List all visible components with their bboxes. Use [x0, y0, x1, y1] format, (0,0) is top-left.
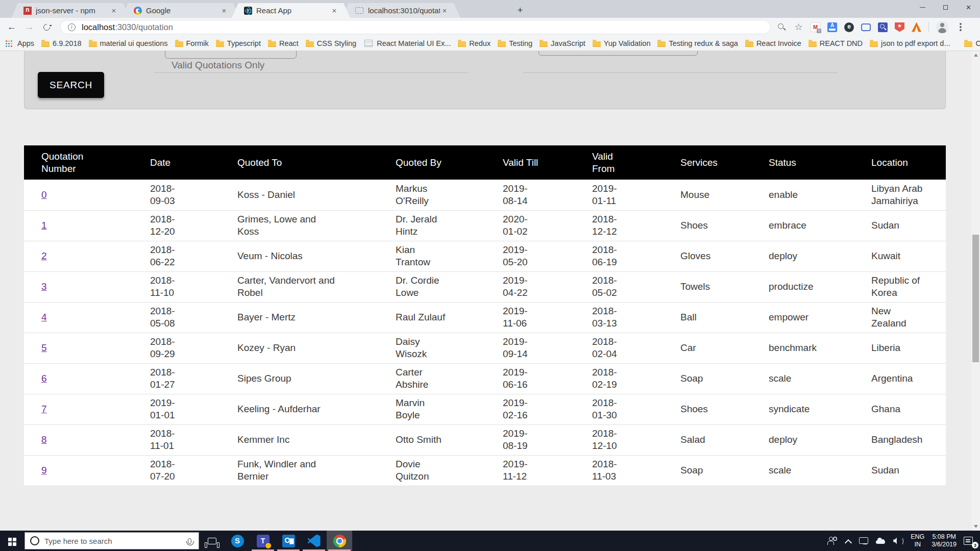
quotation-number-link[interactable]: 7	[41, 404, 47, 414]
address-bar[interactable]: i localhost:3030/quotation	[60, 20, 771, 34]
gmail-checker-extension-icon[interactable]	[811, 22, 820, 32]
table-cell: Car	[672, 333, 761, 363]
taskbar-search[interactable]: Type here to search	[24, 532, 199, 549]
language-indicator[interactable]: ENG IN	[911, 533, 924, 548]
quotation-number-link[interactable]: 0	[41, 189, 47, 200]
bookmark-item[interactable]: 6.9.2018	[41, 39, 81, 47]
bookmark-label: Typescript	[227, 39, 261, 47]
page-info-icon[interactable]: i	[68, 23, 76, 31]
quotation-number-link[interactable]: 4	[41, 312, 47, 322]
indigo-search-extension-icon[interactable]	[878, 22, 888, 32]
chevron-up-icon[interactable]	[844, 537, 851, 544]
table-cell: 2018- 11-01	[142, 424, 229, 455]
bookmark-item[interactable]: REACT DND	[808, 39, 863, 47]
folder-icon	[964, 41, 972, 47]
bookmark-item[interactable]: material ui questions	[89, 39, 168, 47]
action-center-button[interactable]: 3	[964, 536, 975, 546]
bookmark-item[interactable]: Testing	[498, 39, 532, 47]
bookmark-item[interactable]: Typescript	[216, 39, 261, 47]
chrome-taskbar-button[interactable]	[327, 531, 352, 551]
window-controls: ×	[911, 0, 980, 15]
close-button[interactable]: ×	[957, 0, 980, 15]
network-icon[interactable]	[859, 536, 869, 546]
browser-tab[interactable]: localhost:3010/quotation	[342, 3, 460, 18]
volume-icon[interactable]	[893, 536, 903, 546]
tab-favicon	[23, 7, 32, 15]
quotation-number-link[interactable]: 9	[41, 465, 47, 475]
bookmark-item[interactable]: Formik	[175, 39, 209, 47]
input-tools-extension-icon[interactable]	[827, 22, 837, 32]
quotation-number-link[interactable]: 2	[41, 251, 47, 261]
table-cell: Sipes Group	[229, 363, 387, 394]
skype-taskbar-button[interactable]	[225, 531, 250, 551]
form-field-right[interactable]	[538, 51, 698, 56]
table-cell: Republic of Korea	[863, 271, 946, 302]
quotation-number-link[interactable]: 3	[41, 281, 47, 292]
bookmark-star-icon[interactable]	[794, 22, 803, 32]
bookmark-item[interactable]: json to pdf export d...	[870, 39, 950, 47]
table-row: 42018- 05-08Bayer - MertzRaul Zulauf2019…	[24, 302, 946, 333]
bookmark-item[interactable]: Redux	[458, 39, 491, 47]
scrollbar-thumb[interactable]	[972, 235, 979, 362]
bookmark-item[interactable]: React Material UI Ex...	[363, 39, 451, 47]
reload-button[interactable]	[38, 19, 55, 35]
cell-quotation-number: 3	[24, 271, 142, 302]
bookmark-item[interactable]: JavaScript	[540, 39, 585, 47]
orange-a-extension-icon[interactable]	[912, 22, 921, 32]
browser-tab-bar: json-server - npm Google React App local…	[0, 0, 980, 18]
bookmark-item[interactable]: Testing redux & saga	[657, 39, 738, 47]
browser-tab[interactable]: Google	[121, 3, 240, 18]
table-cell: 2019- 08-19	[495, 424, 584, 455]
new-tab-button[interactable]: +	[512, 4, 528, 16]
profile-avatar[interactable]	[936, 21, 948, 33]
tab-close-icon[interactable]	[440, 6, 449, 15]
scrollbar-up-icon[interactable]	[974, 54, 978, 57]
table-cell: Shoes	[672, 210, 761, 241]
back-button[interactable]: ←	[3, 19, 20, 35]
quotation-number-link[interactable]: 8	[41, 434, 47, 445]
other-bookmarks[interactable]: Other bookmarks	[964, 39, 980, 47]
microphone-icon[interactable]	[188, 538, 191, 544]
browser-tab[interactable]: json-server - npm	[11, 3, 130, 18]
table-cell: 2018- 12-20	[142, 210, 229, 241]
table-cell: 2019- 05-20	[495, 241, 584, 271]
onedrive-icon[interactable]	[876, 537, 886, 547]
quotation-number-link[interactable]: 6	[41, 373, 47, 384]
zoom-icon[interactable]	[777, 22, 787, 32]
start-button[interactable]	[0, 531, 24, 551]
bookmark-item[interactable]: React Invoice	[745, 39, 801, 47]
minimize-button[interactable]	[911, 0, 934, 15]
form-field-left[interactable]	[165, 51, 297, 59]
table-cell: deploy	[761, 424, 863, 455]
quotation-number-link[interactable]: 1	[41, 220, 47, 231]
chat-bubble-extension-icon[interactable]	[861, 23, 871, 31]
tab-close-icon[interactable]	[330, 6, 339, 15]
evernote-e-extension-icon[interactable]	[844, 22, 854, 32]
restore-button[interactable]	[934, 0, 957, 15]
browser-tab[interactable]: React App	[232, 3, 350, 18]
bookmark-item[interactable]: Yup Validation	[593, 39, 651, 47]
bookmark-label: Formik	[186, 39, 209, 47]
clock[interactable]: 5:08 PM 3/6/2019	[932, 533, 957, 548]
page-scrollbar[interactable]	[971, 51, 980, 531]
quotation-number-link[interactable]: 5	[41, 342, 47, 353]
table-row: 92018- 07-20Funk, Windler and BernierDov…	[24, 455, 946, 486]
red-shield-extension-icon[interactable]	[895, 22, 904, 32]
table-cell: Carter Abshire	[387, 363, 495, 394]
scrollbar-down-icon[interactable]	[974, 525, 978, 528]
tab-close-icon[interactable]	[219, 6, 229, 15]
apps-shortcut[interactable]: Apps	[5, 39, 34, 47]
search-button[interactable]: SEARCH	[38, 72, 104, 98]
task-view-button[interactable]	[199, 531, 225, 551]
chrome-menu-icon[interactable]	[960, 26, 962, 28]
tab-close-icon[interactable]	[109, 6, 118, 15]
table-cell: Daisy Wisozk	[387, 333, 495, 363]
cortana-icon	[30, 536, 39, 545]
vscode-taskbar-button[interactable]	[301, 531, 327, 551]
teams-taskbar-button[interactable]	[250, 531, 276, 551]
bookmark-item[interactable]: CSS Styling	[306, 39, 356, 47]
people-icon[interactable]	[827, 536, 837, 546]
outlook-taskbar-button[interactable]	[276, 531, 301, 551]
bookmark-item[interactable]: React	[268, 39, 299, 47]
forward-button[interactable]: →	[20, 19, 38, 35]
